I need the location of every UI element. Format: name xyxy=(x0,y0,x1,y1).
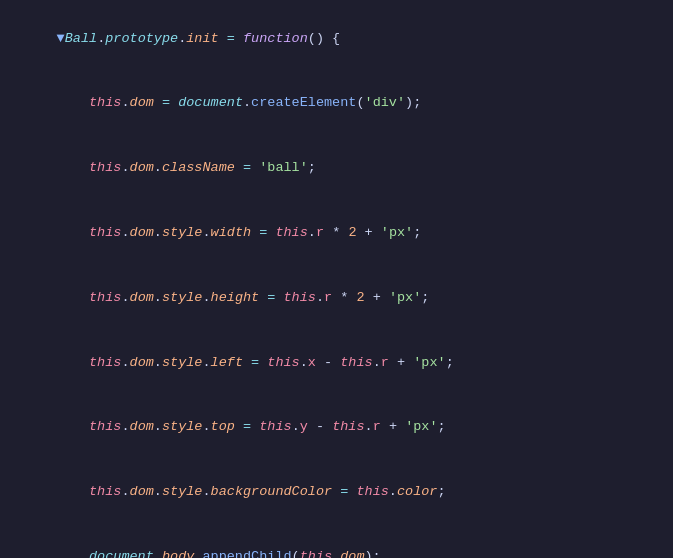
code-line-8: this.dom.style.backgroundColor = this.co… xyxy=(0,459,673,524)
code-line-7: this.dom.style.top = this.y - this.r + '… xyxy=(0,395,673,460)
code-line-3: this.dom.className = 'ball'; xyxy=(0,136,673,201)
code-editor: ▼Ball.prototype.init = function() { this… xyxy=(0,0,673,558)
code-line-5: this.dom.style.height = this.r * 2 + 'px… xyxy=(0,265,673,330)
code-line-1: ▼Ball.prototype.init = function() { xyxy=(0,6,673,71)
code-line-6: this.dom.style.left = this.x - this.r + … xyxy=(0,330,673,395)
code-line-9: document.body.appendChild(this.dom); xyxy=(0,524,673,558)
code-line-2: this.dom = document.createElement('div')… xyxy=(0,71,673,136)
code-line-4: this.dom.style.width = this.r * 2 + 'px'… xyxy=(0,200,673,265)
